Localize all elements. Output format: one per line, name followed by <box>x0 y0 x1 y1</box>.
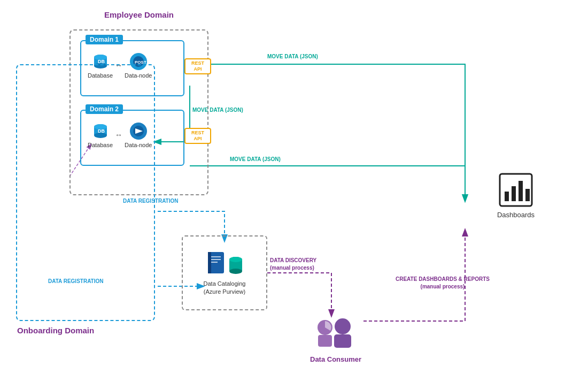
svg-rect-31 <box>318 335 332 347</box>
data-registration-top-label: DATA REGISTRATION <box>123 198 179 204</box>
onboarding-domain-label: Onboarding Domain <box>17 326 94 335</box>
domain1-rest-api: REST API <box>184 58 211 74</box>
svg-rect-20 <box>211 262 218 263</box>
dashboards-area: Dashboards <box>497 171 535 219</box>
book-icon <box>206 250 226 276</box>
dashboards-label: Dashboards <box>497 211 535 219</box>
svg-text:DB: DB <box>98 59 105 64</box>
svg-rect-33 <box>334 334 351 348</box>
data-discovery-label: DATA DISCOVERY (manual process) <box>270 257 316 272</box>
diagram: Employee Domain Domain 1 DB Database <box>0 0 588 374</box>
svg-rect-18 <box>211 256 221 257</box>
move-data-json-d2-label: MOVE DATA (JSON) <box>230 156 281 162</box>
svg-rect-17 <box>208 252 211 273</box>
svg-point-23 <box>229 269 242 274</box>
svg-rect-29 <box>525 189 530 201</box>
catalog-box: Data Cataloging(Azure Purview) <box>182 235 267 310</box>
data-registration-left-label: DATA REGISTRATION <box>48 278 104 284</box>
svg-rect-19 <box>211 259 221 260</box>
domain2-rest-api: REST API <box>184 128 211 144</box>
svg-rect-27 <box>512 186 516 201</box>
dashboards-icon <box>497 171 535 209</box>
svg-point-24 <box>229 257 242 262</box>
catalog-label: Data Cataloging(Azure Purview) <box>204 280 246 296</box>
move-data-json-top-label: MOVE DATA (JSON) <box>267 54 318 59</box>
consumer-area: Data Consumer <box>310 316 361 363</box>
employee-domain-label: Employee Domain <box>104 10 174 19</box>
domain1-label: Domain 1 <box>86 35 123 44</box>
consumer-icon <box>312 316 360 353</box>
svg-point-32 <box>335 318 351 334</box>
create-dashboards-label: CREATE DASHBOARDS & REPORTS (manual proc… <box>396 276 490 291</box>
svg-rect-28 <box>519 181 523 201</box>
catalog-icon <box>206 250 243 276</box>
consumer-label: Data Consumer <box>310 355 361 363</box>
purview-icon <box>228 255 243 276</box>
move-data-json-mid-label: MOVE DATA (JSON) <box>192 107 243 113</box>
svg-rect-26 <box>505 192 509 201</box>
